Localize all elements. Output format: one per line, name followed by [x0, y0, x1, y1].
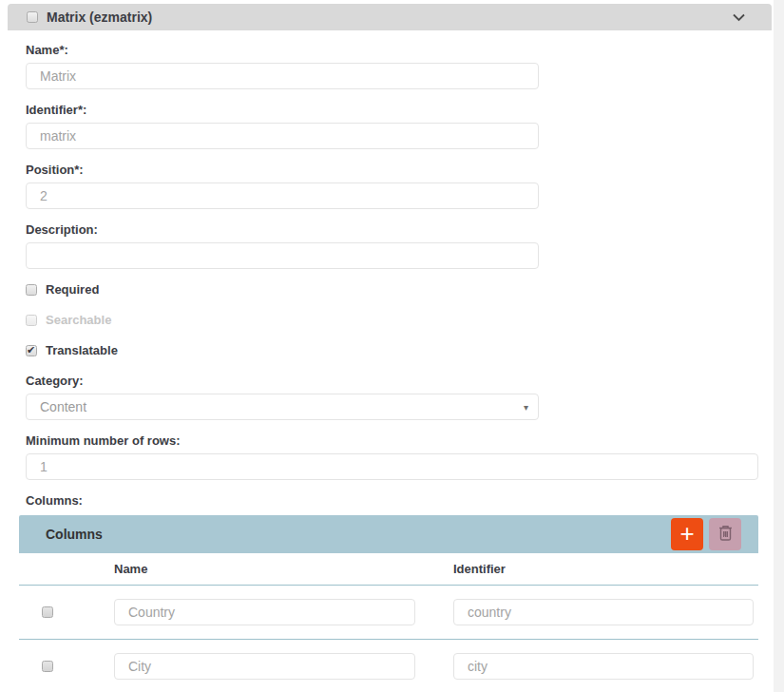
- column-header-identifier: Identifier: [453, 562, 758, 576]
- panel-title: Matrix (ezmatrix): [47, 10, 152, 25]
- columns-table-title: Columns: [46, 527, 103, 542]
- searchable-checkbox: [26, 315, 37, 326]
- trash-icon: [717, 524, 734, 545]
- searchable-label: Searchable: [46, 313, 111, 327]
- columns-field-label: Columns:: [26, 494, 758, 508]
- column-name-input[interactable]: [114, 653, 415, 680]
- min-rows-label: Minimum number of rows:: [26, 434, 758, 448]
- name-input[interactable]: [26, 63, 539, 89]
- min-rows-input[interactable]: [26, 453, 758, 480]
- delete-column-button: [709, 518, 741, 550]
- searchable-row: Searchable: [26, 314, 758, 326]
- column-header-name: Name: [114, 562, 453, 576]
- identifier-label: Identifier*:: [26, 104, 758, 117]
- column-identifier-input[interactable]: [453, 599, 754, 625]
- required-checkbox[interactable]: [26, 284, 37, 296]
- category-select[interactable]: Content ▾: [26, 394, 539, 420]
- category-label: Category:: [26, 375, 758, 388]
- scrollbar-gutter: [774, 0, 784, 692]
- plus-icon: +: [679, 521, 694, 546]
- description-label: Description:: [26, 223, 758, 237]
- name-label: Name*:: [26, 44, 758, 57]
- columns-table: Columns +: [19, 515, 758, 692]
- column-identifier-input[interactable]: [453, 653, 754, 680]
- fieldtype-panel-header[interactable]: Matrix (ezmatrix): [8, 4, 772, 30]
- row-select-checkbox[interactable]: [42, 661, 53, 672]
- position-input[interactable]: [26, 183, 539, 209]
- columns-table-column-headers: Name Identifier: [19, 553, 758, 586]
- category-selected-value: Content: [40, 399, 86, 414]
- add-column-button[interactable]: +: [671, 518, 703, 550]
- columns-table-header-bar: Columns +: [19, 515, 758, 553]
- column-row: [19, 639, 758, 692]
- description-input[interactable]: [26, 242, 539, 269]
- position-label: Position*:: [26, 163, 758, 177]
- fieldtype-select-checkbox[interactable]: [27, 11, 38, 23]
- translatable-label: Translatable: [46, 343, 118, 357]
- column-name-input[interactable]: [114, 599, 415, 625]
- identifier-input[interactable]: [26, 123, 539, 149]
- chevron-down-icon[interactable]: [733, 13, 745, 22]
- required-label: Required: [46, 282, 99, 297]
- required-row: Required: [26, 283, 758, 296]
- select-dropdown-arrow-icon: ▾: [524, 402, 528, 413]
- translatable-row: Translatable: [26, 344, 758, 356]
- column-row: [19, 586, 758, 639]
- row-select-checkbox[interactable]: [42, 606, 53, 618]
- translatable-checkbox[interactable]: [26, 345, 37, 356]
- fieldtype-edit-form: Name*: Identifier*: Position*: Descripti…: [26, 44, 758, 692]
